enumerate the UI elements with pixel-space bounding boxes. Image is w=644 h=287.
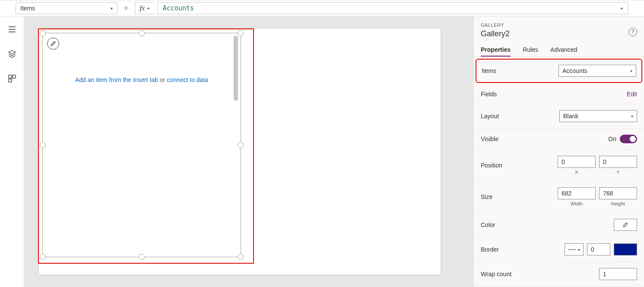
resize-handle[interactable] (40, 254, 46, 260)
prop-position: Position 0 X 0 Y (474, 150, 644, 181)
chevron-down-icon: ▾ (621, 6, 623, 11)
size-h-input[interactable]: 768 (599, 187, 637, 199)
prop-fields: Fields Edit (474, 85, 644, 104)
items-select[interactable]: Accounts ▾ (558, 65, 636, 77)
prop-visible-label: Visible (481, 136, 498, 142)
paint-icon (622, 221, 629, 228)
resize-handle[interactable] (139, 254, 145, 260)
fx-button[interactable]: fx ▾ (135, 2, 154, 14)
line-icon (568, 249, 576, 250)
prop-layout-label: Layout (481, 113, 499, 120)
chevron-down-icon: ▾ (578, 247, 580, 252)
chevron-down-icon: ▾ (630, 69, 632, 73)
formula-bar: Items ▾ = fx ▾ Accounts ▾ (0, 0, 644, 16)
resize-handle[interactable] (40, 142, 46, 148)
prop-visible: Visible On (474, 129, 644, 150)
left-rail (0, 16, 24, 287)
prop-color-label: Color (481, 221, 495, 228)
canvas-area[interactable]: Add an item from the Insert tab or conne… (24, 16, 473, 287)
layers-icon[interactable] (8, 50, 16, 60)
pencil-icon (50, 41, 56, 47)
help-icon[interactable]: ? (628, 28, 637, 36)
toggle-knob (630, 136, 636, 142)
fx-icon: fx (140, 4, 145, 12)
resize-handle[interactable] (40, 30, 46, 36)
properties-panel: GALLERY Gallery2 ? Properties Rules Adva… (473, 16, 644, 287)
chevron-down-icon: ▾ (111, 6, 113, 11)
position-y-sub: Y (616, 170, 619, 175)
svg-rect-2 (9, 79, 12, 82)
svg-rect-0 (9, 75, 12, 78)
prop-fields-label: Fields (481, 91, 497, 98)
size-h-sub: Height (611, 201, 625, 206)
size-w-sub: Width (571, 201, 583, 206)
prop-color: Color (474, 213, 644, 237)
components-icon[interactable] (8, 74, 16, 84)
resize-handle[interactable] (238, 142, 244, 148)
formula-text: Accounts (163, 4, 194, 12)
hint-or: or (158, 76, 167, 83)
chevron-down-icon: ▾ (631, 114, 633, 119)
equals-sign: = (121, 0, 131, 16)
gallery-selection[interactable]: Add an item from the Insert tab or conne… (38, 28, 254, 264)
border-style-select[interactable]: ▾ (565, 243, 584, 255)
resize-handle[interactable] (139, 30, 145, 36)
prop-items: Items Accounts ▾ (476, 59, 642, 83)
panel-title: Gallery2 (481, 29, 637, 38)
prop-border: Border ▾ 0 (474, 237, 644, 262)
fields-edit-link[interactable]: Edit (627, 91, 637, 98)
border-width-input[interactable]: 0 (587, 243, 610, 255)
panel-tabs: Properties Rules Advanced (481, 44, 637, 57)
position-y-input[interactable]: 0 (599, 156, 637, 168)
position-x-input[interactable]: 0 (558, 156, 596, 168)
size-w-input[interactable]: 682 (558, 187, 596, 199)
gallery-hint: Add an item from the Insert tab or conne… (43, 76, 241, 83)
panel-header: GALLERY Gallery2 ? Properties Rules Adva… (474, 16, 644, 57)
resize-handle[interactable] (238, 254, 244, 260)
items-value: Accounts (562, 67, 587, 74)
gallery-scrollbar[interactable] (234, 36, 238, 101)
prop-border-label: Border (481, 246, 499, 253)
position-x-sub: X (575, 170, 578, 175)
visible-toggle[interactable]: On (608, 135, 637, 143)
prop-size-label: Size (481, 193, 492, 200)
prop-layout: Layout Blank ▾ (474, 104, 644, 129)
layout-value: Blank (563, 113, 578, 120)
color-picker[interactable] (614, 219, 637, 231)
insert-tab-link[interactable]: Add an item from the Insert tab (75, 76, 158, 83)
connect-data-link[interactable]: connect to data (167, 76, 208, 83)
panel-kind: GALLERY (481, 22, 637, 28)
tab-rules[interactable]: Rules (523, 44, 538, 57)
tab-properties[interactable]: Properties (481, 44, 511, 57)
hamburger-icon[interactable] (8, 25, 16, 35)
resize-handle[interactable] (238, 30, 244, 36)
prop-wrap: Wrap count 1 (474, 262, 644, 287)
chevron-down-icon: ▾ (147, 6, 149, 11)
gallery-edit-button[interactable] (47, 38, 59, 50)
svg-rect-1 (13, 75, 16, 78)
wrap-count-input[interactable]: 1 (599, 268, 637, 280)
border-color-picker[interactable] (614, 243, 637, 255)
toggle-switch[interactable] (620, 135, 637, 143)
formula-input[interactable]: Accounts ▾ (157, 2, 628, 14)
prop-size: Size 682 Width 768 Height (474, 181, 644, 213)
property-selector[interactable]: Items ▾ (16, 2, 117, 14)
tab-advanced[interactable]: Advanced (550, 44, 577, 57)
layout-select[interactable]: Blank ▾ (559, 110, 637, 122)
visible-state: On (608, 136, 616, 142)
property-selector-label: Items (20, 5, 35, 12)
prop-items-label: Items (482, 67, 496, 74)
main: Add an item from the Insert tab or conne… (0, 16, 644, 287)
gallery-control[interactable]: Add an item from the Insert tab or conne… (42, 33, 241, 257)
prop-wrap-label: Wrap count (481, 271, 511, 278)
prop-position-label: Position (481, 162, 502, 169)
